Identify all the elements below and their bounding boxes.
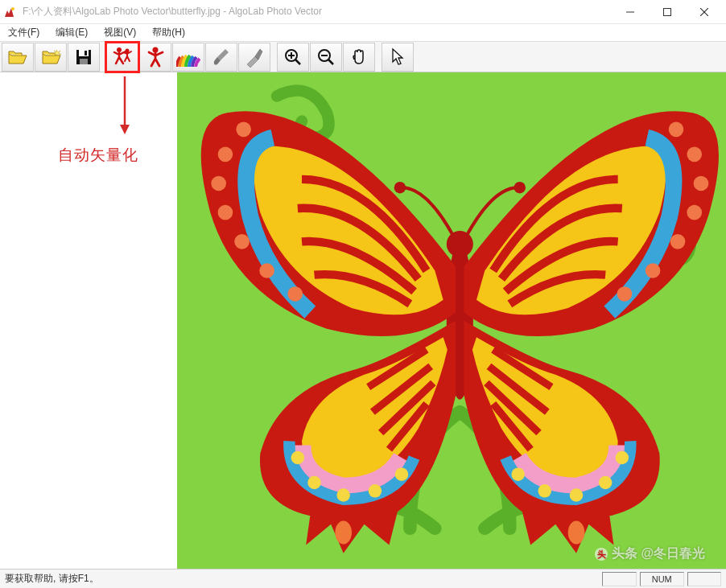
svg-point-50: [335, 521, 352, 545]
svg-rect-9: [85, 51, 87, 56]
svg-point-47: [570, 488, 584, 502]
svg-text:头: 头: [596, 549, 605, 559]
canvas[interactable]: [177, 72, 726, 569]
maximize-button[interactable]: [649, 0, 686, 24]
content-area: 自动矢量化: [0, 72, 726, 569]
app-icon: [3, 6, 16, 19]
svg-point-48: [538, 484, 551, 498]
svg-point-30: [234, 234, 250, 249]
knife-button[interactable]: [238, 43, 270, 72]
menu-edit[interactable]: 编辑(E): [51, 24, 93, 41]
svg-point-27: [218, 147, 233, 162]
svg-point-46: [599, 476, 613, 490]
svg-point-37: [670, 234, 686, 249]
brush-button[interactable]: [205, 43, 237, 72]
zoom-out-button[interactable]: [310, 43, 342, 72]
svg-point-24: [394, 182, 406, 193]
status-help-text: 要获取帮助, 请按F1。: [5, 572, 599, 586]
titlebar: F:\个人资料\AlgoLab Photo Vector\butterfly.j…: [0, 0, 726, 24]
svg-point-35: [694, 176, 709, 191]
svg-point-32: [287, 286, 303, 302]
annotation-arrow: [117, 76, 133, 143]
menu-view[interactable]: 视图(V): [99, 24, 141, 41]
menubar: 文件(F) 编辑(E) 视图(V) 帮助(H): [0, 24, 726, 42]
svg-rect-7: [79, 50, 89, 56]
svg-point-41: [307, 476, 321, 490]
vectorize-button[interactable]: [139, 43, 171, 72]
svg-point-39: [617, 286, 633, 302]
toolbar: [0, 42, 726, 72]
status-empty-cell: [602, 572, 636, 586]
colors-button[interactable]: [172, 43, 204, 72]
svg-point-23: [447, 231, 473, 257]
zoom-in-button[interactable]: [277, 43, 309, 72]
window-controls: [612, 0, 723, 24]
new-button[interactable]: [35, 43, 67, 72]
svg-point-25: [514, 182, 526, 193]
svg-point-36: [687, 205, 702, 220]
watermark-text: 头条 @冬日春光: [612, 545, 705, 562]
minimize-button[interactable]: [612, 0, 649, 24]
svg-point-45: [616, 451, 629, 465]
svg-point-31: [259, 263, 274, 278]
svg-point-44: [395, 467, 409, 481]
auto-vectorize-button[interactable]: [106, 43, 138, 72]
svg-point-1: [11, 7, 14, 10]
status-empty-cell-2: [687, 572, 721, 586]
svg-point-49: [511, 467, 525, 481]
svg-point-42: [336, 488, 350, 502]
pointer-button[interactable]: [382, 43, 414, 72]
svg-point-43: [369, 484, 382, 498]
svg-line-18: [328, 60, 333, 64]
open-button[interactable]: [2, 43, 34, 72]
svg-point-28: [211, 176, 226, 191]
status-num-cell: NUM: [640, 572, 684, 586]
svg-point-34: [687, 147, 702, 162]
window-title: F:\个人资料\AlgoLab Photo Vector\butterfly.j…: [23, 5, 612, 19]
watermark: 头 头条 @冬日春光: [594, 545, 705, 562]
svg-line-14: [295, 60, 300, 64]
svg-rect-8: [80, 59, 88, 64]
statusbar: 要获取帮助, 请按F1。 NUM: [0, 569, 726, 588]
watermark-icon: 头: [594, 547, 608, 561]
svg-point-29: [218, 205, 233, 220]
svg-point-51: [568, 521, 585, 545]
close-button[interactable]: [686, 0, 723, 24]
left-pane: 自动矢量化: [0, 72, 177, 569]
menu-help[interactable]: 帮助(H): [147, 24, 190, 41]
svg-point-33: [669, 122, 684, 138]
svg-rect-3: [664, 8, 671, 15]
annotation-label: 自动矢量化: [58, 145, 138, 166]
menu-file[interactable]: 文件(F): [3, 24, 44, 41]
save-button[interactable]: [68, 43, 100, 72]
pan-button[interactable]: [343, 43, 375, 72]
svg-point-40: [291, 451, 305, 465]
svg-point-26: [236, 122, 251, 138]
svg-point-38: [646, 263, 661, 278]
